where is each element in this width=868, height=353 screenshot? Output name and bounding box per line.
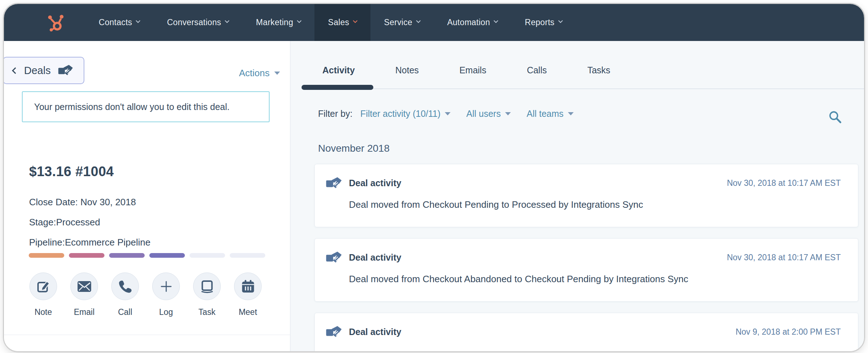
chevron-left-icon bbox=[12, 67, 18, 74]
plus-icon bbox=[159, 280, 173, 293]
quick-action[interactable]: Email bbox=[70, 272, 98, 317]
deal-detail-line: Close Date: Nov 30, 2018 bbox=[29, 192, 150, 212]
back-button-label: Deals bbox=[24, 65, 51, 77]
deal-details: Close Date: Nov 30, 2018 Stage:Processed… bbox=[29, 192, 150, 252]
actions-label: Actions bbox=[239, 68, 270, 79]
activity-panel: Activity Notes Emails Calls bbox=[290, 41, 864, 352]
hubspot-logo[interactable] bbox=[46, 4, 66, 41]
nav-item-label: Contacts bbox=[99, 18, 132, 27]
activity-card-header: Deal activity Nov 9, 2018 at 2:00 PM EST bbox=[326, 325, 841, 339]
activity-feed: November 2018 Deal activity Nov 30, 2018… bbox=[314, 143, 858, 352]
nav-menu-item[interactable]: Service bbox=[370, 4, 434, 41]
app-window: Contacts Conversations Marketing Sales bbox=[3, 3, 865, 352]
deal-detail-line: Stage:Processed bbox=[29, 212, 150, 232]
quick-action[interactable]: Meet bbox=[234, 272, 262, 317]
nav-item-label: Automation bbox=[447, 18, 490, 27]
filter-dropdown[interactable]: All teams bbox=[527, 109, 574, 119]
quick-action-circle[interactable] bbox=[29, 272, 57, 300]
tab-label: Activity bbox=[322, 65, 355, 75]
pipeline-stage-bar bbox=[29, 253, 265, 258]
activity-card[interactable]: Deal activity Nov 30, 2018 at 10:17 AM E… bbox=[314, 164, 858, 227]
nav-menu-item[interactable]: Sales bbox=[314, 4, 370, 41]
email-icon bbox=[78, 280, 91, 293]
pipeline-stage-segment bbox=[69, 253, 104, 258]
quick-action[interactable]: Task bbox=[193, 272, 221, 317]
nav-menu-item[interactable]: Reports bbox=[511, 4, 576, 41]
tab[interactable]: Tasks bbox=[587, 65, 610, 75]
tab[interactable]: Notes bbox=[395, 65, 419, 75]
search-icon bbox=[828, 110, 842, 124]
chevron-down-icon bbox=[353, 18, 358, 23]
quick-action-circle[interactable] bbox=[234, 272, 262, 300]
quick-action-circle[interactable] bbox=[152, 272, 180, 300]
nav-menu-item[interactable]: Contacts bbox=[85, 4, 153, 41]
activity-card-header: Deal activity Nov 30, 2018 at 10:17 AM E… bbox=[326, 251, 841, 264]
activity-body: Deal moved from Checkout Abandoned to Ch… bbox=[349, 274, 841, 285]
quick-action-label: Log bbox=[159, 307, 173, 317]
back-to-deals-button[interactable]: Deals bbox=[3, 57, 84, 84]
caret-down-icon bbox=[274, 72, 280, 75]
chevron-down-icon bbox=[494, 18, 498, 23]
activity-card-header: Deal activity Nov 30, 2018 at 10:17 AM E… bbox=[326, 176, 841, 190]
quick-action-circle[interactable] bbox=[111, 272, 139, 300]
quick-action-circle[interactable] bbox=[193, 272, 221, 300]
tab[interactable]: Calls bbox=[527, 65, 547, 75]
month-header: November 2018 bbox=[318, 143, 858, 154]
nav-item-label: Service bbox=[384, 18, 412, 27]
sidebar-divider bbox=[4, 335, 290, 335]
activity-card[interactable]: Deal activity Nov 30, 2018 at 10:17 AM E… bbox=[314, 238, 858, 302]
nav-menu-item[interactable]: Conversations bbox=[153, 4, 242, 41]
handshake-icon bbox=[326, 176, 342, 190]
tabs-divider bbox=[302, 88, 864, 89]
quick-action[interactable]: Call bbox=[111, 272, 139, 317]
nav-menu-item[interactable]: Automation bbox=[434, 4, 511, 41]
activity-card[interactable]: Deal activity Nov 9, 2018 at 2:00 PM EST bbox=[314, 313, 858, 352]
top-navigation: Contacts Conversations Marketing Sales bbox=[4, 4, 864, 41]
activity-title: Deal activity bbox=[349, 178, 401, 188]
nav-item-label: Conversations bbox=[167, 18, 221, 27]
nav-item-label: Sales bbox=[328, 18, 349, 27]
quick-action[interactable]: Note bbox=[29, 272, 57, 317]
hubspot-sprocket-icon bbox=[46, 13, 66, 33]
filter-dropdown-label: All teams bbox=[527, 109, 564, 119]
tab[interactable]: Emails bbox=[459, 65, 486, 75]
filter-by-label: Filter by: bbox=[318, 109, 353, 119]
chevron-down-icon bbox=[136, 18, 140, 23]
filter-dropdown-label: Filter activity (10/11) bbox=[360, 109, 440, 119]
search-button[interactable] bbox=[828, 110, 842, 125]
quick-action-circle[interactable] bbox=[70, 272, 98, 300]
tab-label: Notes bbox=[395, 65, 419, 75]
filter-dropdown[interactable]: Filter activity (10/11) bbox=[360, 109, 451, 119]
activity-timestamp: Nov 30, 2018 at 10:17 AM EST bbox=[727, 253, 841, 262]
meeting-icon bbox=[241, 280, 255, 293]
filter-dropdown[interactable]: All users bbox=[466, 109, 511, 119]
tab-label: Emails bbox=[459, 65, 486, 75]
pipeline-stage-segment bbox=[109, 253, 145, 258]
quick-action-label: Task bbox=[199, 307, 215, 317]
chevron-down-icon bbox=[416, 18, 421, 23]
quick-action-label: Note bbox=[34, 307, 52, 317]
permission-notice: Your permissions don't allow you to edit… bbox=[22, 91, 270, 122]
filter-dropdown-label: All users bbox=[466, 109, 501, 119]
tab[interactable]: Activity bbox=[322, 65, 355, 75]
main-nav: Contacts Conversations Marketing Sales bbox=[85, 4, 576, 41]
pipeline-stage-segment bbox=[149, 253, 185, 258]
activity-body: Deal moved from Checkout Pending to Proc… bbox=[349, 199, 841, 210]
quick-action-label: Email bbox=[74, 307, 95, 317]
deal-title: $13.16 #1004 bbox=[29, 164, 114, 179]
nav-item-label: Marketing bbox=[256, 18, 293, 27]
note-icon bbox=[37, 280, 50, 293]
activity-title: Deal activity bbox=[349, 327, 401, 337]
tab-label: Calls bbox=[527, 65, 547, 75]
quick-action-label: Call bbox=[118, 307, 132, 317]
pipeline-stage-segment bbox=[190, 253, 225, 258]
caret-down-icon bbox=[445, 112, 451, 115]
quick-action[interactable]: Log bbox=[152, 272, 180, 317]
nav-menu-item[interactable]: Marketing bbox=[242, 4, 314, 41]
deal-detail-line: Pipeline:Ecommerce Pipeline bbox=[29, 232, 150, 252]
handshake-icon bbox=[326, 325, 342, 339]
activity-cards: Deal activity Nov 30, 2018 at 10:17 AM E… bbox=[314, 164, 858, 352]
activity-timestamp: Nov 9, 2018 at 2:00 PM EST bbox=[736, 327, 841, 337]
actions-dropdown[interactable]: Actions bbox=[239, 68, 280, 79]
chevron-down-icon bbox=[297, 18, 302, 23]
